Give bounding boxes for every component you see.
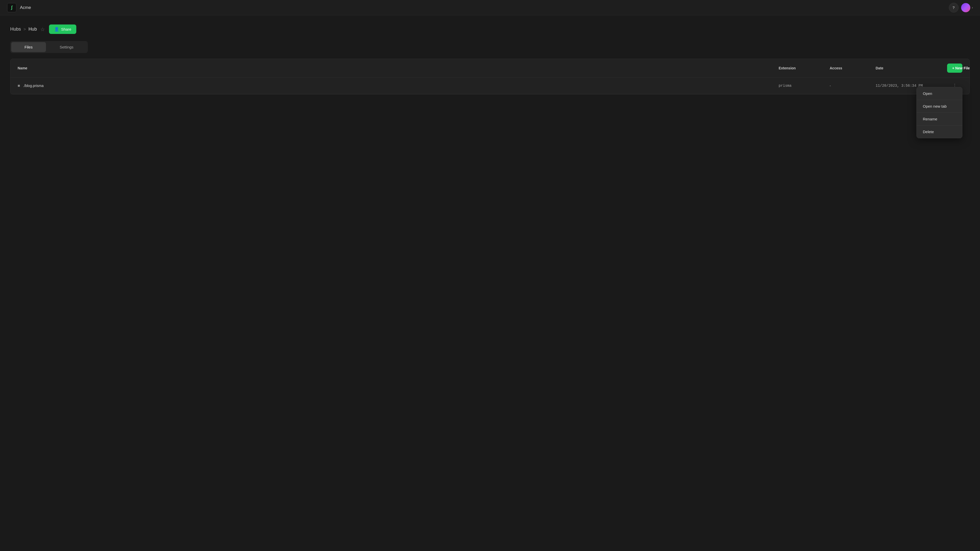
help-button[interactable]: ? <box>949 3 959 13</box>
tab-bar: Files Settings <box>10 41 88 53</box>
col-header-extension: Extension <box>779 66 830 70</box>
file-name: ./blog.prisma <box>23 84 44 88</box>
top-navigation: ∫ Acme ? › <box>0 0 980 15</box>
share-button[interactable]: 👤 Share <box>49 24 76 34</box>
col-header-date: Date <box>876 66 947 70</box>
col-header-access: Access <box>830 66 876 70</box>
context-menu-item-rename[interactable]: Rename <box>917 113 962 125</box>
chevron-down-icon: › <box>972 6 973 10</box>
breadcrumb-hub-label: Hub <box>28 27 37 32</box>
tab-settings[interactable]: Settings <box>46 42 87 52</box>
help-icon: ? <box>953 5 955 10</box>
table-header: Name Extension Access Date + New File <box>11 59 969 78</box>
page-content: Hubs > Hub ☆ 👤 Share Files Settings Name… <box>0 15 980 103</box>
table-row: ■ ./blog.prisma prisma - 11/20/2023, 3:5… <box>11 78 969 94</box>
context-menu-item-open[interactable]: Open <box>917 87 962 100</box>
new-file-button[interactable]: + New File <box>947 64 963 73</box>
file-icon: ■ <box>18 83 20 88</box>
favorite-button[interactable]: ☆ <box>40 26 45 32</box>
context-menu: Open Open new tab Rename Delete <box>916 87 963 138</box>
col-header-name: Name <box>18 66 779 70</box>
context-menu-item-open-new-tab[interactable]: Open new tab <box>917 100 962 113</box>
share-icon: 👤 <box>54 27 59 32</box>
file-table-container: Name Extension Access Date + New File ■ … <box>10 59 970 94</box>
app-logo[interactable]: ∫ <box>7 3 16 12</box>
file-access: - <box>830 84 876 88</box>
context-menu-item-delete[interactable]: Delete <box>917 125 962 138</box>
file-name-cell: ■ ./blog.prisma <box>18 83 779 88</box>
avatar <box>961 3 970 12</box>
avatar-button[interactable]: › <box>961 3 973 12</box>
app-name: Acme <box>20 5 31 10</box>
breadcrumb: Hubs > Hub ☆ 👤 Share <box>10 24 970 34</box>
share-button-label: Share <box>61 27 71 32</box>
logo-symbol: ∫ <box>11 5 13 10</box>
topnav-right: ? › <box>949 3 973 13</box>
tab-files[interactable]: Files <box>11 42 46 52</box>
file-extension: prisma <box>779 84 830 88</box>
breadcrumb-separator: > <box>24 27 26 32</box>
breadcrumb-hubs-link[interactable]: Hubs <box>10 27 21 32</box>
topnav-left: ∫ Acme <box>7 3 31 12</box>
